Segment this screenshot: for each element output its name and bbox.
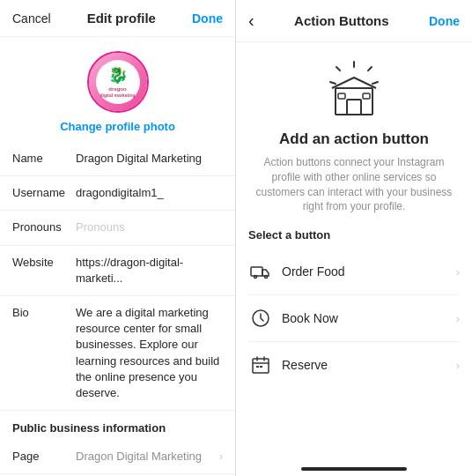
svg-rect-14 <box>256 366 259 368</box>
pronouns-label: Pronouns <box>12 219 76 234</box>
svg-rect-15 <box>260 366 262 368</box>
pronouns-field-row[interactable]: Pronouns Pronouns <box>0 211 235 245</box>
avatar-text-line2: digital marketing <box>100 93 135 98</box>
order-food-button[interactable]: Order Food › <box>248 249 460 295</box>
public-business-section-header: Public business information <box>0 411 235 440</box>
page-value: Dragon Digital Marketing › <box>76 449 223 465</box>
website-value: https://dragon-digital-marketi... <box>76 255 223 286</box>
name-label: Name <box>12 151 76 165</box>
bio-value: We are a digital marketing resource cent… <box>76 305 223 401</box>
right-panel: ‹ Action Buttons Done <box>236 0 472 476</box>
bio-label: Bio <box>12 305 76 319</box>
svg-rect-6 <box>347 100 361 115</box>
avatar[interactable]: 🐉 dragon digital marketing <box>87 51 149 113</box>
order-food-label: Order Food <box>282 264 456 279</box>
left-header: Cancel Edit profile Done <box>0 0 235 37</box>
username-field-row[interactable]: Username dragondigitalm1_ <box>0 176 235 211</box>
svg-rect-9 <box>251 267 262 276</box>
add-button-title: Add an action button <box>248 130 460 148</box>
reserve-chevron-icon: › <box>456 359 460 372</box>
name-field-row[interactable]: Name Dragon Digital Marketing <box>0 142 235 176</box>
page-value-text: Dragon Digital Marketing <box>76 449 216 465</box>
left-done-button[interactable]: Done <box>192 11 223 26</box>
avatar-logo: 🐉 dragon digital marketing <box>96 60 140 104</box>
profile-photo-section: 🐉 dragon digital marketing Change profil… <box>0 37 235 142</box>
name-value: Dragon Digital Marketing <box>76 151 223 167</box>
website-field-row[interactable]: Website https://dragon-digital-marketi..… <box>0 246 235 296</box>
order-food-chevron-icon: › <box>456 265 460 279</box>
left-panel-title: Edit profile <box>87 11 156 26</box>
website-label: Website <box>12 255 76 269</box>
svg-point-11 <box>265 276 268 279</box>
left-panel: Cancel Edit profile Done 🐉 dragon digita… <box>0 0 236 476</box>
svg-line-1 <box>368 67 372 71</box>
cancel-button[interactable]: Cancel <box>12 11 51 26</box>
right-done-button[interactable]: Done <box>429 14 460 28</box>
right-panel-title: Action Buttons <box>294 13 388 28</box>
select-button-label: Select a button <box>248 228 460 242</box>
page-chevron-icon: › <box>219 450 223 465</box>
svg-line-3 <box>372 82 378 84</box>
svg-line-4 <box>330 82 336 84</box>
back-button[interactable]: ‹ <box>248 11 254 31</box>
book-now-button[interactable]: Book Now › <box>248 295 460 342</box>
pronouns-value: Pronouns <box>76 219 223 235</box>
calendar-icon <box>248 353 273 377</box>
svg-rect-7 <box>338 93 345 99</box>
change-profile-photo-button[interactable]: Change profile photo <box>60 120 175 133</box>
add-button-description: Action buttons connect your Instagram pr… <box>248 155 460 214</box>
reserve-button[interactable]: Reserve › <box>248 342 460 388</box>
page-field-row[interactable]: Page Dragon Digital Marketing › <box>0 440 235 474</box>
svg-point-10 <box>254 276 257 279</box>
avatar-inner: 🐉 dragon digital marketing <box>89 53 147 111</box>
dragon-icon: 🐉 <box>108 66 128 86</box>
bio-field-row[interactable]: Bio We are a digital marketing resource … <box>0 296 235 411</box>
store-icon <box>323 60 385 122</box>
right-content: Add an action button Action buttons conn… <box>236 42 472 462</box>
avatar-text-line1: dragon <box>108 86 126 93</box>
username-label: Username <box>12 185 76 199</box>
page-label: Page <box>12 449 76 463</box>
username-value: dragondigitalm1_ <box>76 185 223 201</box>
store-illustration <box>248 42 460 130</box>
truck-icon <box>248 259 273 284</box>
svg-rect-8 <box>363 93 370 99</box>
reserve-label: Reserve <box>282 358 456 372</box>
svg-rect-5 <box>336 88 372 115</box>
book-now-chevron-icon: › <box>456 312 460 325</box>
svg-line-2 <box>336 67 340 71</box>
right-header: ‹ Action Buttons Done <box>236 0 472 42</box>
bottom-bar <box>301 467 407 471</box>
clock-icon <box>248 306 273 331</box>
book-now-label: Book Now <box>282 311 456 325</box>
form-fields: Name Dragon Digital Marketing Username d… <box>0 142 235 476</box>
